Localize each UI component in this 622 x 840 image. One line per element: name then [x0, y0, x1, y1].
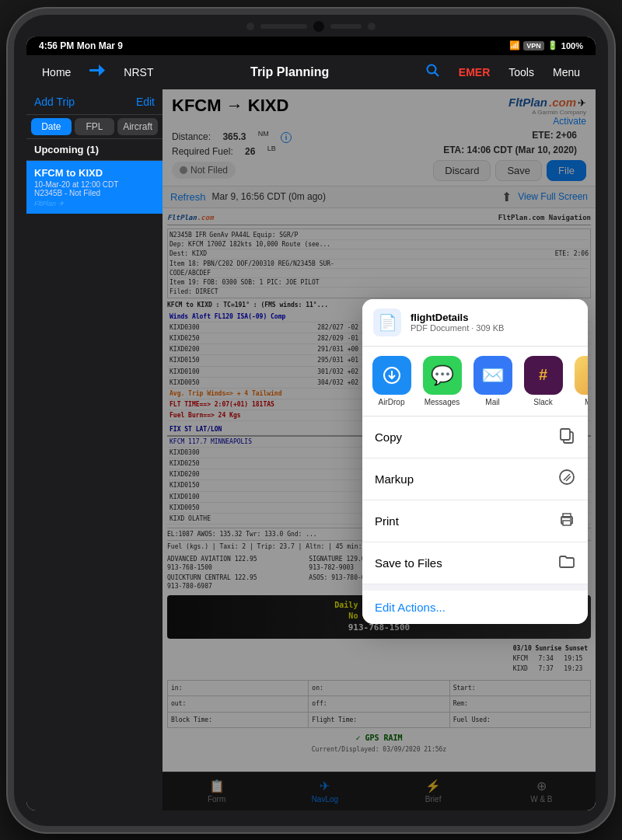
- battery-icon: 🔋: [547, 40, 558, 51]
- markup-label: Markup: [375, 472, 414, 486]
- tab-aircraft[interactable]: Aircraft: [117, 118, 158, 135]
- speaker: [260, 24, 307, 29]
- more-dots: ⋯: [586, 366, 589, 385]
- tab-date[interactable]: Date: [31, 118, 72, 135]
- save-files-label: Save to Files: [375, 556, 442, 570]
- slack-label: Slack: [533, 398, 552, 406]
- share-app-mail[interactable]: ✉️ Mail: [471, 356, 514, 406]
- upcoming-header: Upcoming (1): [26, 139, 162, 161]
- nav-home[interactable]: Home: [36, 63, 77, 82]
- mail-icon: ✉️: [473, 356, 512, 395]
- airdrop-icon: [372, 356, 411, 395]
- edit-btn[interactable]: Edit: [136, 96, 155, 108]
- svg-rect-9: [563, 521, 571, 525]
- add-trip-btn[interactable]: Add Trip: [34, 96, 75, 108]
- svg-marker-1: [99, 64, 105, 76]
- nav-search[interactable]: [420, 61, 446, 83]
- tab-fpl[interactable]: FPL: [75, 118, 115, 135]
- more-label: More: [585, 398, 588, 406]
- nav-menu[interactable]: Menu: [547, 63, 586, 82]
- action-edit[interactable]: Edit Actions...: [362, 591, 588, 624]
- markup-icon: [558, 469, 575, 490]
- mail-label: Mail: [485, 398, 499, 406]
- action-print[interactable]: Print: [362, 500, 588, 542]
- speaker2: [330, 24, 362, 29]
- more-icon: ⋯: [575, 356, 589, 395]
- copy-svg: [558, 427, 575, 444]
- share-doc-icon: 📄: [373, 308, 401, 336]
- share-title: flightDetails: [411, 312, 504, 323]
- messages-label: Messages: [425, 398, 460, 406]
- action-copy[interactable]: Copy: [362, 417, 588, 458]
- sidebar: Add Trip Edit Date FPL Aircraft Upcoming…: [26, 89, 162, 810]
- nav-bar: Home NRST Trip Planning EMER Tools Menu: [26, 55, 596, 89]
- nav-emer[interactable]: EMER: [453, 63, 496, 82]
- svg-point-2: [427, 65, 435, 74]
- action-markup[interactable]: Markup: [362, 458, 588, 500]
- camera-dot2: [368, 23, 376, 30]
- fitplan-logo-small: FltPlan ✈: [34, 200, 155, 207]
- share-app-airdrop[interactable]: AirDrop: [370, 356, 413, 406]
- print-icon: [558, 511, 575, 532]
- nav-arrow[interactable]: [83, 61, 111, 82]
- status-bar: 4:56 PM Mon Mar 9 📶 VPN 🔋 100%: [26, 37, 596, 55]
- nav-tools[interactable]: Tools: [502, 63, 540, 82]
- main-content: Add Trip Edit Date FPL Aircraft Upcoming…: [26, 89, 596, 810]
- share-actions: Copy Markup: [362, 417, 588, 624]
- folder-svg: [558, 552, 575, 570]
- share-app-messages[interactable]: 💬 Messages: [421, 356, 463, 406]
- print-svg: [558, 511, 575, 528]
- trip-item[interactable]: KFCM to KIXD 10-Mar-20 at 12:00 CDT N234…: [26, 161, 162, 214]
- vpn-badge: VPN: [523, 41, 544, 51]
- print-label: Print: [375, 514, 399, 528]
- slack-icon: #: [524, 356, 563, 395]
- battery-pct: 100%: [561, 41, 583, 51]
- copy-icon: [558, 427, 575, 448]
- airdrop-label: AirDrop: [379, 398, 405, 406]
- tab-row: Date FPL Aircraft: [26, 115, 162, 139]
- share-info: flightDetails PDF Document · 309 KB: [411, 312, 504, 333]
- share-header: 📄 flightDetails PDF Document · 309 KB: [362, 299, 588, 347]
- svg-rect-0: [89, 69, 100, 71]
- trip-title: KFCM to KIXD: [34, 167, 155, 179]
- copy-label: Copy: [375, 430, 402, 444]
- slack-hash: #: [539, 366, 547, 384]
- share-app-slack[interactable]: # Slack: [522, 356, 564, 406]
- nav-title: Trip Planning: [166, 65, 413, 79]
- svg-point-11: [570, 518, 571, 520]
- pdf-icon: 📄: [378, 313, 397, 332]
- status-icons: 📶 VPN 🔋 100%: [509, 40, 583, 51]
- messages-icon: 💬: [423, 356, 462, 395]
- share-sheet: 📄 flightDetails PDF Document · 309 KB: [362, 299, 588, 624]
- share-subtitle: PDF Document · 309 KB: [411, 323, 504, 333]
- share-overlay[interactable]: 📄 flightDetails PDF Document · 309 KB: [162, 89, 596, 810]
- share-app-more[interactable]: ⋯ More: [572, 356, 588, 406]
- trip-date: 10-Mar-20 at 12:00 CDT: [34, 180, 155, 189]
- svg-line-3: [435, 72, 439, 76]
- camera-housing: [246, 21, 376, 32]
- sidebar-header: Add Trip Edit: [26, 89, 162, 115]
- device: 4:56 PM Mon Mar 9 📶 VPN 🔋 100% Home NRST…: [8, 9, 614, 832]
- svg-rect-10: [563, 514, 571, 518]
- nav-arrow-icon: [89, 64, 105, 77]
- share-apps-row: AirDrop 💬 Messages ✉️: [362, 347, 588, 417]
- airdrop-svg: [381, 364, 403, 386]
- mail-envelope: ✉️: [481, 364, 505, 386]
- camera-dot: [246, 23, 254, 30]
- right-panel: KFCM → KIXD FltPlan .com ✈ A Garmin Comp…: [162, 89, 596, 810]
- screen: 4:56 PM Mon Mar 9 📶 VPN 🔋 100% Home NRST…: [26, 37, 596, 810]
- edit-actions-label: Edit Actions...: [375, 601, 446, 614]
- svg-rect-6: [561, 429, 570, 440]
- nav-nrst[interactable]: NRST: [117, 63, 159, 82]
- share-divider: [362, 584, 588, 591]
- camera-main: [313, 21, 324, 32]
- messages-bubble: 💬: [431, 364, 454, 386]
- markup-svg: [558, 469, 575, 486]
- action-save-files[interactable]: Save to Files: [362, 542, 588, 584]
- save-files-icon: [558, 552, 575, 573]
- status-time: 4:56 PM Mon Mar 9: [39, 40, 123, 51]
- time-display: 4:56 PM Mon Mar 9: [39, 40, 123, 51]
- trip-tail: N2345B - Not Filed: [34, 189, 155, 197]
- search-icon: [426, 64, 440, 78]
- signal-icon: 📶: [509, 40, 520, 51]
